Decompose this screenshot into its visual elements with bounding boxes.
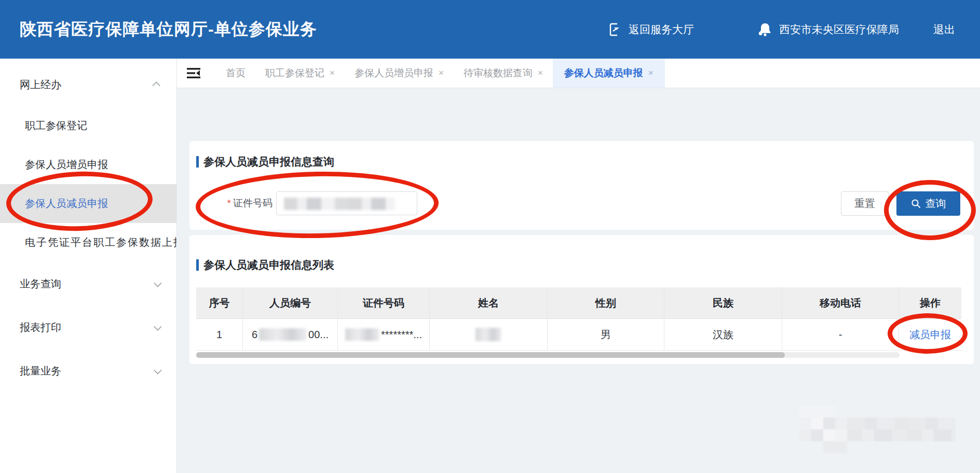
redacted-name bbox=[475, 328, 501, 341]
sidebar-item-label: 电子凭证平台职工参保数据上报 bbox=[25, 235, 176, 249]
section-bar-icon bbox=[196, 156, 199, 168]
org-notification[interactable]: 西安市未央区医疗保障局 bbox=[757, 22, 899, 37]
search-button-label: 查询 bbox=[925, 197, 946, 211]
cell-seq: 1 bbox=[196, 319, 243, 350]
col-action: 操作 bbox=[899, 287, 961, 318]
reset-button-label: 重置 bbox=[854, 197, 875, 211]
result-table: 序号 人员编号 证件号码 姓名 性别 民族 移动电话 操作 1 6 00... … bbox=[196, 287, 961, 351]
mosaic-block bbox=[799, 429, 811, 441]
sidebar-group-label: 报表打印 bbox=[20, 321, 61, 335]
sidebar-item-label: 参保人员减员申报 bbox=[25, 197, 108, 211]
mosaic-block bbox=[823, 429, 835, 441]
app-root: 陕西省医疗保障单位网厅-单位参保业务 返回服务大厅 bbox=[0, 0, 980, 473]
mosaic-block bbox=[811, 418, 823, 429]
tab-add-personnel[interactable]: 参保人员增员申报 × bbox=[345, 59, 454, 88]
list-panel: 参保人员减员申报信息列表 序号 人员编号 证件号码 姓名 性别 民族 移动电话 … bbox=[189, 235, 974, 364]
reset-button[interactable]: 重置 bbox=[841, 191, 889, 216]
scrollbar-thumb[interactable] bbox=[196, 352, 785, 358]
header-actions: 返回服务大厅 西安市未央区医疗保障局 退出 bbox=[609, 0, 955, 59]
redacted-input-value bbox=[284, 198, 395, 210]
required-mark: * bbox=[227, 198, 231, 208]
sidebar-item-remove-personnel[interactable]: 参保人员减员申报 bbox=[0, 184, 176, 223]
menu-fold-icon[interactable] bbox=[186, 66, 201, 80]
redacted-id-number bbox=[345, 328, 379, 341]
tab-label: 首页 bbox=[226, 66, 246, 80]
chevron-down-icon bbox=[154, 366, 162, 374]
sidebar-group-label: 网上经办 bbox=[20, 78, 61, 92]
page-title: 陕西省医疗保障单位网厅-单位参保业务 bbox=[20, 18, 317, 41]
close-icon[interactable]: × bbox=[538, 68, 543, 78]
tab-home[interactable]: 首页 bbox=[216, 59, 255, 88]
query-section-header: 参保人员减员申报信息查询 bbox=[196, 155, 334, 169]
tab-list: 首页 职工参保登记 × 参保人员增员申报 × 待审核数据查询 × 参保人员减员申… bbox=[216, 59, 665, 88]
redacted-person-no bbox=[259, 328, 307, 341]
tab-bar: 首页 职工参保登记 × 参保人员增员申报 × 待审核数据查询 × 参保人员减员申… bbox=[177, 59, 980, 88]
sidebar-group-label: 批量业务 bbox=[20, 364, 61, 378]
id-number-label: *证件号码 bbox=[189, 191, 273, 215]
field-label-text: 证件号码 bbox=[233, 198, 273, 208]
table-header-row: 序号 人员编号 证件号码 姓名 性别 民族 移动电话 操作 bbox=[196, 287, 961, 319]
sidebar-group-business-query[interactable]: 业务查询 bbox=[0, 262, 176, 305]
cell-name bbox=[430, 319, 548, 350]
sidebar-item-label: 职工参保登记 bbox=[25, 119, 87, 133]
return-hall-button[interactable]: 返回服务大厅 bbox=[609, 22, 694, 37]
mosaic-block bbox=[835, 418, 847, 429]
return-hall-label: 返回服务大厅 bbox=[629, 22, 694, 37]
query-section-title: 参保人员减员申报信息查询 bbox=[203, 155, 334, 169]
chevron-up-icon bbox=[152, 81, 160, 90]
sidebar-item-evoucher-upload[interactable]: 电子凭证平台职工参保数据上报 bbox=[0, 223, 176, 262]
close-icon[interactable]: × bbox=[648, 68, 654, 78]
cell-person-no: 6 00... bbox=[243, 319, 338, 350]
sidebar-item-employee-registration[interactable]: 职工参保登记 bbox=[0, 106, 176, 145]
cell-id-number: ********... bbox=[338, 319, 430, 350]
tab-label: 参保人员减员申报 bbox=[564, 66, 643, 80]
sidebar-group-online-service[interactable]: 网上经办 bbox=[0, 63, 176, 106]
mosaic-block bbox=[799, 406, 835, 418]
table-row: 1 6 00... ********... 男 汉族 - 减员申报 bbox=[196, 319, 961, 351]
cell-mobile: - bbox=[782, 319, 899, 350]
chevron-down-icon bbox=[154, 323, 162, 331]
app-header: 陕西省医疗保障单位网厅-单位参保业务 返回服务大厅 bbox=[0, 0, 980, 59]
sidebar-item-add-personnel[interactable]: 参保人员增员申报 bbox=[0, 145, 176, 184]
remove-personnel-link[interactable]: 减员申报 bbox=[909, 328, 951, 342]
logout-label: 退出 bbox=[933, 22, 955, 37]
query-panel: 参保人员减员申报信息查询 *证件号码 重置 查询 bbox=[189, 141, 974, 230]
tab-label: 待审核数据查询 bbox=[464, 66, 533, 80]
mosaic-block bbox=[847, 418, 956, 429]
cell-ethnicity: 汉族 bbox=[664, 319, 782, 350]
close-icon[interactable]: × bbox=[439, 68, 444, 78]
logout-button[interactable]: 退出 bbox=[933, 22, 955, 37]
mosaic-block bbox=[823, 418, 835, 429]
cell-action: 减员申报 bbox=[899, 319, 961, 350]
id-number-input[interactable] bbox=[276, 191, 417, 215]
sidebar: 网上经办 职工参保登记 参保人员增员申报 参保人员减员申报 电子凭证平台职工参保… bbox=[0, 59, 177, 473]
cell-gender: 男 bbox=[548, 319, 664, 350]
mosaic-block bbox=[823, 441, 847, 453]
col-ethnicity: 民族 bbox=[664, 287, 782, 318]
sidebar-group-batch-business[interactable]: 批量业务 bbox=[0, 349, 176, 393]
section-bar-icon bbox=[196, 259, 199, 271]
col-seq: 序号 bbox=[196, 287, 243, 318]
mosaic-block bbox=[811, 429, 823, 441]
tab-remove-personnel[interactable]: 参保人员减员申报 × bbox=[553, 59, 665, 88]
person-no-prefix: 6 bbox=[252, 329, 257, 341]
tab-label: 参保人员增员申报 bbox=[355, 66, 433, 80]
org-name-label: 西安市未央区医疗保障局 bbox=[779, 22, 899, 37]
col-person-no: 人员编号 bbox=[243, 287, 338, 318]
mosaic-block bbox=[835, 429, 847, 441]
search-button[interactable]: 查询 bbox=[896, 191, 960, 216]
close-icon[interactable]: × bbox=[330, 68, 335, 78]
mosaic-block bbox=[799, 418, 811, 429]
tab-employee-registration[interactable]: 职工参保登记 × bbox=[255, 59, 345, 88]
mosaic-block bbox=[847, 429, 956, 441]
return-hall-icon bbox=[609, 22, 622, 37]
sidebar-group-report-print[interactable]: 报表打印 bbox=[0, 305, 176, 349]
list-section-title: 参保人员减员申报信息列表 bbox=[203, 258, 334, 272]
horizontal-scrollbar bbox=[196, 352, 900, 358]
magnifier-icon bbox=[911, 199, 921, 208]
tab-pending-audit-query[interactable]: 待审核数据查询 × bbox=[454, 59, 553, 88]
bell-icon bbox=[757, 22, 773, 37]
list-section-header: 参保人员减员申报信息列表 bbox=[196, 258, 334, 272]
sidebar-item-label: 参保人员增员申报 bbox=[25, 158, 108, 172]
chevron-down-icon bbox=[154, 279, 162, 287]
